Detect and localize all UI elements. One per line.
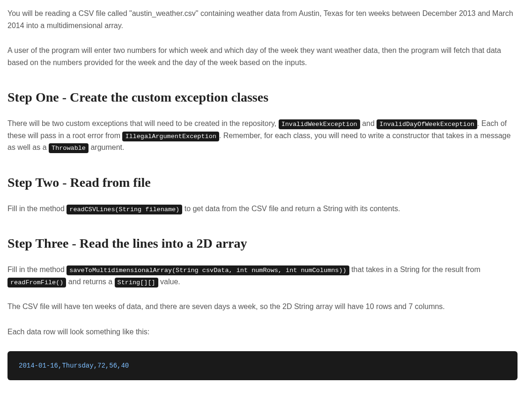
text-fragment: There will be two custom exceptions that… (7, 119, 279, 127)
step-two-paragraph: Fill in the method readCSVLines(String f… (7, 203, 518, 215)
step-three-paragraph-2: The CSV file will have ten weeks of data… (7, 301, 518, 313)
code-invalid-week-exception: InvalidWeekException (279, 119, 360, 129)
text-fragment: to get data from the CSV file and return… (182, 205, 400, 213)
code-invalid-day-of-week-exception: InvalidDayOfWeekException (377, 119, 477, 129)
code-save-to-multidimensional-array: saveToMultidimensionalArray(String csvDa… (67, 265, 349, 275)
text-fragment: Fill in the method (7, 205, 67, 213)
text-fragment: and (360, 119, 377, 127)
code-illegal-argument-exception: IllegalArgumentException (122, 132, 219, 141)
step-one-paragraph: There will be two custom exceptions that… (7, 118, 518, 154)
step-three-paragraph-1: Fill in the method saveToMultidimensiona… (7, 264, 518, 287)
text-fragment: that takes in a String for the result fr… (349, 265, 481, 273)
code-block-example-row: 2014-01-16,Thursday,72,56,40 (7, 351, 518, 380)
code-string-2d-array: String[][] (115, 278, 158, 287)
text-fragment: Fill in the method (7, 265, 67, 273)
step-two-heading: Step Two - Read from file (7, 172, 518, 193)
intro-paragraph-2: A user of the program will enter two num… (7, 44, 518, 68)
intro-paragraph-1: You will be reading a CSV file called "a… (7, 7, 518, 31)
step-three-paragraph-3: Each data row will look something like t… (7, 326, 518, 338)
step-three-heading: Step Three - Read the lines into a 2D ar… (7, 233, 518, 254)
text-fragment: argument. (89, 143, 124, 151)
text-fragment: and returns a (66, 278, 114, 286)
code-read-from-file: readFromFile() (7, 278, 66, 287)
code-read-csv-lines: readCSVLines(String filename) (67, 205, 182, 214)
document-content: You will be reading a CSV file called "a… (7, 7, 518, 380)
code-throwable: Throwable (49, 143, 89, 153)
text-fragment: value. (158, 278, 180, 286)
step-one-heading: Step One - Create the custom exception c… (7, 87, 518, 108)
